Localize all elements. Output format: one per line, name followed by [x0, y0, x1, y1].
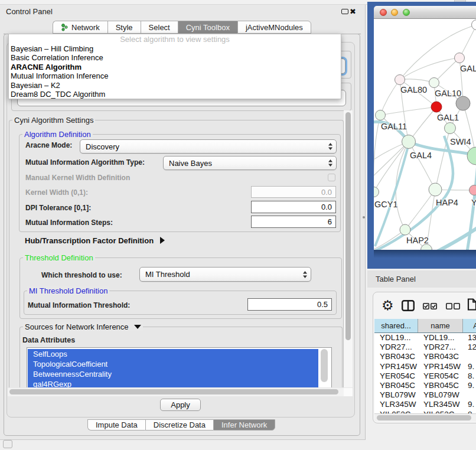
table-cell: YPR145W [380, 362, 417, 371]
which-threshold-combobox[interactable]: MI Threshold [139, 267, 311, 282]
float-window-icon[interactable] [341, 9, 348, 14]
split-columns-icon[interactable] [402, 300, 415, 314]
network-node-GAL10[interactable] [429, 78, 439, 88]
kernel-width-field[interactable]: 0.0 [251, 186, 336, 198]
network-node-top-node[interactable] [472, 20, 476, 30]
network-node-SWI4[interactable] [445, 123, 456, 134]
network-node-HAP2[interactable] [400, 224, 410, 235]
table-cell: YBR045C [423, 381, 459, 390]
table-hscrollbar[interactable] [374, 413, 476, 421]
hub-expander[interactable]: Hub/Transcription Factor Definition [25, 236, 165, 245]
network-node-GAL2[interactable] [455, 53, 465, 63]
close-traffic-light[interactable] [380, 9, 387, 16]
table-cell: YBL079W [380, 390, 416, 400]
tab-jactivemnodules[interactable]: jActiveMNodules [237, 21, 311, 34]
algorithm-option[interactable]: ARACNE Algorithm [9, 63, 341, 71]
network-node-GAL11[interactable] [376, 110, 386, 120]
unchecked-pair-icon[interactable] [446, 302, 460, 312]
tab-style[interactable]: Style [107, 21, 141, 34]
tab-label: Style [116, 23, 133, 32]
split-divider-handle[interactable] [363, 216, 365, 219]
algorithm-option[interactable]: Dream8 DC_TDC Algorithm [9, 90, 341, 99]
scrollbar-thumb[interactable] [321, 349, 328, 382]
network-node-pink-node[interactable] [470, 185, 476, 195]
list-vscrollbar[interactable] [321, 349, 328, 383]
attribute-item[interactable]: SelfLoops [28, 349, 318, 359]
gear-icon[interactable]: ⚙ [382, 300, 394, 312]
table-toolbar: ⚙ [378, 296, 476, 314]
mi-steps-field[interactable]: 6 [251, 216, 336, 228]
table-cell: YLR345W [423, 400, 460, 409]
algorithm-option[interactable]: Mutual Information Inference [9, 71, 341, 80]
tab-infer-network[interactable]: Infer Network [213, 419, 275, 431]
network-edge[interactable] [434, 58, 459, 83]
minimize-traffic-light[interactable] [391, 9, 398, 16]
network-window-shadow [374, 250, 476, 258]
scrollbar-thumb[interactable] [345, 112, 351, 340]
column-header[interactable]: name [418, 319, 463, 332]
network-edge[interactable] [374, 142, 409, 175]
network-node-label: GAL1 [437, 113, 459, 122]
table-cell: YDL19... [423, 333, 455, 343]
table-row[interactable]: YPR145WYPR145W9. [374, 362, 476, 371]
attribute-item[interactable]: TopologicalCoefficient [28, 359, 318, 369]
document-icon[interactable] [467, 298, 476, 313]
algorithm-option-list: Bayesian – Hill ClimbingBasic Correlatio… [9, 44, 341, 99]
settings-hscrollbar[interactable] [8, 388, 344, 396]
network-node-label: GAL11 [381, 122, 407, 131]
network-window-titlebar[interactable] [374, 6, 476, 19]
network-node-GCY1[interactable] [374, 187, 379, 197]
table-row[interactable]: YBL079WYBL079W [374, 390, 476, 400]
algorithm-option[interactable]: Bayesian – K2 [9, 81, 341, 90]
which-threshold-value: MI Threshold [145, 270, 190, 279]
sources-title-row[interactable]: Sources for Network Inference [23, 322, 143, 331]
table-row[interactable]: YER054CYER054C8. [374, 371, 476, 381]
tab-cyni-toolbox[interactable]: Cyni Toolbox [178, 21, 237, 34]
column-header[interactable]: shared... [374, 319, 418, 332]
network-edge[interactable] [380, 80, 400, 115]
apply-button[interactable]: Apply [160, 399, 201, 411]
mi-threshold-field[interactable]: 0.5 [247, 298, 332, 311]
close-panel-icon[interactable]: ✖ [350, 7, 356, 16]
tab-discretize-data[interactable]: Discretize Data [145, 419, 213, 431]
network-graph[interactable]: GAL2GAL80GAL10GAL1GAL11SWI4GAL4GCY1HAP4Y… [374, 19, 476, 250]
table-row[interactable]: YBR045CYBR045C9. [374, 381, 476, 390]
algorithm-option[interactable]: Basic Correlation Inference [9, 53, 341, 62]
aracne-mode-combobox[interactable]: Discovery [80, 139, 337, 154]
mi-threshold-title: MI Threshold Definition [27, 286, 109, 295]
tab-network[interactable]: Network [53, 21, 107, 34]
scrollbar-thumb[interactable] [9, 389, 338, 394]
scrollbar-thumb[interactable] [377, 415, 471, 420]
network-node-GAL1[interactable] [431, 102, 442, 112]
dpi-tolerance-value: 0.0 [321, 203, 332, 211]
table-row[interactable]: YLR345WYLR345W9. [374, 400, 476, 409]
table-row[interactable]: YBR043CYBR043C [374, 352, 476, 361]
table-body[interactable]: YDL19...YDL19...13YDR27...YDR27...12YBR0… [374, 333, 476, 413]
network-node-gray-node[interactable] [456, 96, 470, 110]
attribute-item[interactable]: BetweennessCentrality [28, 369, 318, 379]
data-attributes-list[interactable]: SelfLoopsTopologicalCoefficientBetweenne… [27, 347, 332, 387]
network-canvas[interactable]: GAL2GAL80GAL10GAL1GAL11SWI4GAL4GCY1HAP4Y… [374, 19, 476, 250]
mi-type-combobox[interactable]: Naive Bayes [163, 156, 337, 170]
algorithm-option[interactable]: Bayesian – Hill Climbing [9, 44, 341, 53]
settings-vscrollbar[interactable] [344, 110, 353, 387]
table-row[interactable]: YDL19...YDL19...13 [374, 333, 476, 343]
network-node-HAP4[interactable] [429, 183, 442, 196]
network-edge[interactable] [435, 128, 450, 190]
kernel-width-value: 0.0 [321, 188, 332, 197]
column-header[interactable]: A [463, 319, 476, 332]
network-node-GAL4[interactable] [402, 135, 416, 149]
table-row[interactable]: YDR27...YDR27...12 [374, 343, 476, 352]
zoom-traffic-light[interactable] [403, 9, 410, 16]
table-cell: YER054C [380, 371, 415, 381]
network-edge[interactable] [374, 115, 380, 192]
network-node-big-green-node[interactable] [467, 147, 476, 165]
manual-kernel-checkbox[interactable] [328, 174, 335, 181]
tab-impute-data[interactable]: Impute Data [87, 419, 145, 431]
network-node-GAL80[interactable] [395, 75, 405, 85]
attribute-item[interactable]: gal4RGexp [28, 379, 318, 387]
dpi-tolerance-field[interactable]: 0.0 [251, 201, 336, 213]
network-edge[interactable] [380, 107, 436, 115]
checked-pair-icon[interactable] [423, 302, 437, 312]
tab-select[interactable]: Select [141, 21, 178, 34]
